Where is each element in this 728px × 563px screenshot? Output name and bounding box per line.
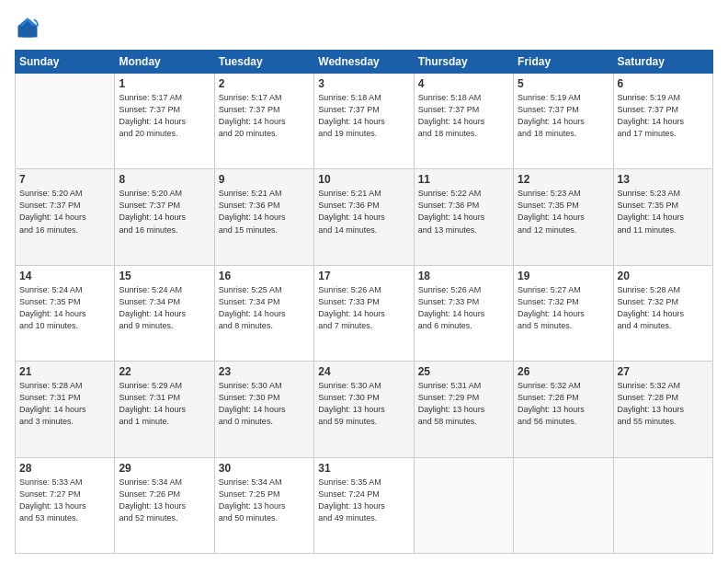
calendar-week-4: 21Sunrise: 5:28 AM Sunset: 7:31 PM Dayli… xyxy=(16,362,713,457)
calendar-header-friday: Friday xyxy=(514,51,613,74)
day-number: 20 xyxy=(618,270,709,282)
calendar-cell: 13Sunrise: 5:23 AM Sunset: 7:35 PM Dayli… xyxy=(613,169,712,265)
calendar-header-row: SundayMondayTuesdayWednesdayThursdayFrid… xyxy=(16,51,713,74)
day-detail: Sunrise: 5:29 AM Sunset: 7:31 PM Dayligh… xyxy=(119,380,210,428)
day-detail: Sunrise: 5:24 AM Sunset: 7:34 PM Dayligh… xyxy=(119,284,210,332)
calendar-cell: 27Sunrise: 5:32 AM Sunset: 7:28 PM Dayli… xyxy=(613,362,712,457)
day-number: 30 xyxy=(219,462,310,475)
calendar-cell: 8Sunrise: 5:20 AM Sunset: 7:37 PM Daylig… xyxy=(115,169,214,265)
day-number: 9 xyxy=(219,173,310,186)
calendar-header-thursday: Thursday xyxy=(414,51,513,74)
day-number: 1 xyxy=(119,77,210,90)
day-detail: Sunrise: 5:28 AM Sunset: 7:31 PM Dayligh… xyxy=(19,380,110,428)
day-detail: Sunrise: 5:34 AM Sunset: 7:25 PM Dayligh… xyxy=(219,477,310,524)
day-detail: Sunrise: 5:19 AM Sunset: 7:37 PM Dayligh… xyxy=(518,92,609,140)
calendar-header-sunday: Sunday xyxy=(16,51,115,74)
day-number: 4 xyxy=(418,77,509,90)
day-detail: Sunrise: 5:25 AM Sunset: 7:34 PM Dayligh… xyxy=(219,284,310,332)
calendar-week-5: 28Sunrise: 5:33 AM Sunset: 7:27 PM Dayli… xyxy=(16,457,713,553)
day-number: 29 xyxy=(119,462,210,475)
calendar-cell: 10Sunrise: 5:21 AM Sunset: 7:36 PM Dayli… xyxy=(314,169,414,265)
calendar-cell: 4Sunrise: 5:18 AM Sunset: 7:37 PM Daylig… xyxy=(414,74,513,169)
page: SundayMondayTuesdayWednesdayThursdayFrid… xyxy=(0,0,728,563)
calendar-cell: 23Sunrise: 5:30 AM Sunset: 7:30 PM Dayli… xyxy=(214,362,313,457)
calendar-cell: 2Sunrise: 5:17 AM Sunset: 7:37 PM Daylig… xyxy=(214,74,313,169)
calendar-cell xyxy=(414,457,513,553)
day-number: 7 xyxy=(19,173,110,186)
calendar-cell: 24Sunrise: 5:30 AM Sunset: 7:30 PM Dayli… xyxy=(314,362,414,457)
calendar-cell: 20Sunrise: 5:28 AM Sunset: 7:32 PM Dayli… xyxy=(613,265,712,361)
calendar-cell xyxy=(613,457,712,553)
calendar-cell: 14Sunrise: 5:24 AM Sunset: 7:35 PM Dayli… xyxy=(16,265,115,361)
day-detail: Sunrise: 5:35 AM Sunset: 7:24 PM Dayligh… xyxy=(318,477,409,524)
day-detail: Sunrise: 5:23 AM Sunset: 7:35 PM Dayligh… xyxy=(518,188,609,236)
day-detail: Sunrise: 5:26 AM Sunset: 7:33 PM Dayligh… xyxy=(318,284,409,332)
calendar-cell: 16Sunrise: 5:25 AM Sunset: 7:34 PM Dayli… xyxy=(214,265,313,361)
day-detail: Sunrise: 5:18 AM Sunset: 7:37 PM Dayligh… xyxy=(418,92,509,140)
day-number: 5 xyxy=(518,77,609,90)
header xyxy=(15,15,713,40)
svg-rect-2 xyxy=(23,28,33,38)
day-number: 17 xyxy=(318,270,409,282)
logo-icon xyxy=(15,15,40,40)
day-detail: Sunrise: 5:28 AM Sunset: 7:32 PM Dayligh… xyxy=(618,284,709,332)
day-detail: Sunrise: 5:17 AM Sunset: 7:37 PM Dayligh… xyxy=(219,92,310,140)
day-detail: Sunrise: 5:18 AM Sunset: 7:37 PM Dayligh… xyxy=(318,92,409,140)
calendar-cell: 28Sunrise: 5:33 AM Sunset: 7:27 PM Dayli… xyxy=(16,457,115,553)
day-number: 10 xyxy=(318,173,409,186)
calendar-cell: 22Sunrise: 5:29 AM Sunset: 7:31 PM Dayli… xyxy=(115,362,214,457)
day-detail: Sunrise: 5:32 AM Sunset: 7:28 PM Dayligh… xyxy=(518,380,609,428)
day-number: 15 xyxy=(119,270,210,282)
day-detail: Sunrise: 5:21 AM Sunset: 7:36 PM Dayligh… xyxy=(318,188,409,236)
calendar-cell: 15Sunrise: 5:24 AM Sunset: 7:34 PM Dayli… xyxy=(115,265,214,361)
calendar-cell: 29Sunrise: 5:34 AM Sunset: 7:26 PM Dayli… xyxy=(115,457,214,553)
day-number: 21 xyxy=(19,365,110,378)
day-number: 28 xyxy=(19,462,110,475)
day-number: 24 xyxy=(318,365,409,378)
day-number: 16 xyxy=(219,270,310,282)
calendar-header-monday: Monday xyxy=(115,51,214,74)
day-detail: Sunrise: 5:26 AM Sunset: 7:33 PM Dayligh… xyxy=(418,284,509,332)
calendar-table: SundayMondayTuesdayWednesdayThursdayFrid… xyxy=(15,50,713,554)
calendar-cell: 9Sunrise: 5:21 AM Sunset: 7:36 PM Daylig… xyxy=(214,169,313,265)
calendar-cell: 31Sunrise: 5:35 AM Sunset: 7:24 PM Dayli… xyxy=(314,457,414,553)
calendar-cell: 1Sunrise: 5:17 AM Sunset: 7:37 PM Daylig… xyxy=(115,74,214,169)
calendar-cell: 7Sunrise: 5:20 AM Sunset: 7:37 PM Daylig… xyxy=(16,169,115,265)
day-detail: Sunrise: 5:22 AM Sunset: 7:36 PM Dayligh… xyxy=(418,188,509,236)
calendar-header-saturday: Saturday xyxy=(613,51,712,74)
day-number: 19 xyxy=(518,270,609,282)
day-detail: Sunrise: 5:27 AM Sunset: 7:32 PM Dayligh… xyxy=(518,284,609,332)
calendar-cell: 19Sunrise: 5:27 AM Sunset: 7:32 PM Dayli… xyxy=(514,265,613,361)
day-number: 2 xyxy=(219,77,310,90)
calendar-cell: 26Sunrise: 5:32 AM Sunset: 7:28 PM Dayli… xyxy=(514,362,613,457)
day-detail: Sunrise: 5:17 AM Sunset: 7:37 PM Dayligh… xyxy=(119,92,210,140)
day-detail: Sunrise: 5:31 AM Sunset: 7:29 PM Dayligh… xyxy=(418,380,509,428)
calendar-cell: 17Sunrise: 5:26 AM Sunset: 7:33 PM Dayli… xyxy=(314,265,414,361)
day-detail: Sunrise: 5:20 AM Sunset: 7:37 PM Dayligh… xyxy=(19,188,110,236)
calendar-cell: 21Sunrise: 5:28 AM Sunset: 7:31 PM Dayli… xyxy=(16,362,115,457)
calendar-cell: 12Sunrise: 5:23 AM Sunset: 7:35 PM Dayli… xyxy=(514,169,613,265)
calendar-cell: 3Sunrise: 5:18 AM Sunset: 7:37 PM Daylig… xyxy=(314,74,414,169)
day-number: 27 xyxy=(618,365,709,378)
day-detail: Sunrise: 5:20 AM Sunset: 7:37 PM Dayligh… xyxy=(119,188,210,236)
day-detail: Sunrise: 5:23 AM Sunset: 7:35 PM Dayligh… xyxy=(618,188,709,236)
logo xyxy=(15,15,44,40)
calendar-cell xyxy=(16,74,115,169)
day-number: 22 xyxy=(119,365,210,378)
calendar-cell xyxy=(514,457,613,553)
day-detail: Sunrise: 5:32 AM Sunset: 7:28 PM Dayligh… xyxy=(618,380,709,428)
calendar-cell: 18Sunrise: 5:26 AM Sunset: 7:33 PM Dayli… xyxy=(414,265,513,361)
calendar-header-wednesday: Wednesday xyxy=(314,51,414,74)
day-detail: Sunrise: 5:33 AM Sunset: 7:27 PM Dayligh… xyxy=(19,477,110,524)
day-number: 18 xyxy=(418,270,509,282)
day-number: 23 xyxy=(219,365,310,378)
day-number: 11 xyxy=(418,173,509,186)
calendar-week-2: 7Sunrise: 5:20 AM Sunset: 7:37 PM Daylig… xyxy=(16,169,713,265)
day-number: 25 xyxy=(418,365,509,378)
day-number: 8 xyxy=(119,173,210,186)
calendar-cell: 6Sunrise: 5:19 AM Sunset: 7:37 PM Daylig… xyxy=(613,74,712,169)
day-number: 31 xyxy=(318,462,409,475)
day-number: 6 xyxy=(618,77,709,90)
calendar-cell: 5Sunrise: 5:19 AM Sunset: 7:37 PM Daylig… xyxy=(514,74,613,169)
day-number: 3 xyxy=(318,77,409,90)
